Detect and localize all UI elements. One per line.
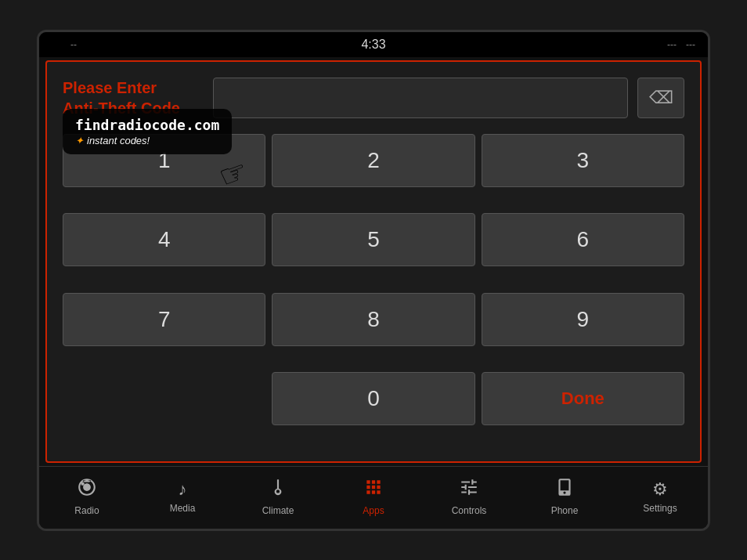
key-done[interactable]: Done xyxy=(482,372,684,425)
code-input-display[interactable] xyxy=(213,78,628,118)
sparkle-icon: ✦ xyxy=(75,135,84,146)
key-9[interactable]: 9 xyxy=(482,293,684,346)
music-icon: ♪ xyxy=(179,479,187,500)
nav-label-climate: Climate xyxy=(262,505,294,516)
nav-item-phone[interactable]: Phone xyxy=(533,477,596,516)
status-dash-right: --- xyxy=(686,39,695,50)
key-3[interactable]: 3 xyxy=(482,134,684,187)
controls-icon xyxy=(459,477,479,502)
key-empty xyxy=(63,372,265,425)
watermark-tagline: ✦ instant codes! xyxy=(75,135,219,146)
nav-label-media: Media xyxy=(170,503,196,514)
status-dash-mid: --- xyxy=(667,39,677,50)
nav-item-settings[interactable]: ⚙ Settings xyxy=(629,479,691,514)
nav-item-apps[interactable]: Apps xyxy=(342,477,405,516)
prompt-line1: Please Enter xyxy=(63,79,157,96)
key-2[interactable]: 2 xyxy=(272,134,475,187)
nav-label-phone: Phone xyxy=(551,505,579,516)
nav-item-climate[interactable]: Climate xyxy=(247,477,309,516)
watermark-overlay: findradiocode.com ✦ instant codes! xyxy=(63,109,232,154)
settings-icon: ⚙ xyxy=(652,479,668,500)
nav-bar: Radio ♪ Media Climate Apps Controls xyxy=(39,466,708,529)
watermark-white: .com xyxy=(186,117,219,133)
nav-item-radio[interactable]: Radio xyxy=(56,477,118,516)
nav-label-settings: Settings xyxy=(643,503,677,514)
watermark-site-name: findradiocode.com xyxy=(75,117,219,133)
anti-theft-dialog: findradiocode.com ✦ instant codes! ☞ Ple… xyxy=(45,60,702,463)
nav-item-media[interactable]: ♪ Media xyxy=(151,479,214,514)
backspace-icon: ⌫ xyxy=(649,88,673,108)
svg-point-1 xyxy=(81,482,84,486)
key-6[interactable]: 6 xyxy=(482,213,684,266)
status-bar: -- 4:33 --- --- xyxy=(39,32,708,57)
key-0[interactable]: 0 xyxy=(272,372,475,425)
watermark-orange: findradiocode xyxy=(75,117,186,133)
apps-icon xyxy=(363,477,384,502)
keypad-grid: 1 2 3 4 5 6 7 8 9 0 Done xyxy=(63,134,684,446)
nav-label-controls: Controls xyxy=(452,505,487,516)
status-dash-left: -- xyxy=(70,39,77,50)
nav-label-apps: Apps xyxy=(363,505,384,516)
car-display-bezel: -- 4:33 --- --- findradiocode.com ✦ inst… xyxy=(37,30,710,531)
phone-icon xyxy=(554,477,575,502)
key-8[interactable]: 8 xyxy=(272,293,475,346)
radio-icon xyxy=(77,477,97,502)
backspace-button[interactable]: ⌫ xyxy=(637,78,684,118)
nav-label-radio: Radio xyxy=(74,505,99,516)
status-time: 4:33 xyxy=(361,38,385,52)
key-4[interactable]: 4 xyxy=(63,213,265,266)
nav-item-controls[interactable]: Controls xyxy=(438,477,500,516)
key-5[interactable]: 5 xyxy=(272,213,475,266)
watermark-tagline-text: instant codes! xyxy=(87,135,150,146)
climate-icon xyxy=(268,477,288,502)
key-7[interactable]: 7 xyxy=(63,293,265,346)
